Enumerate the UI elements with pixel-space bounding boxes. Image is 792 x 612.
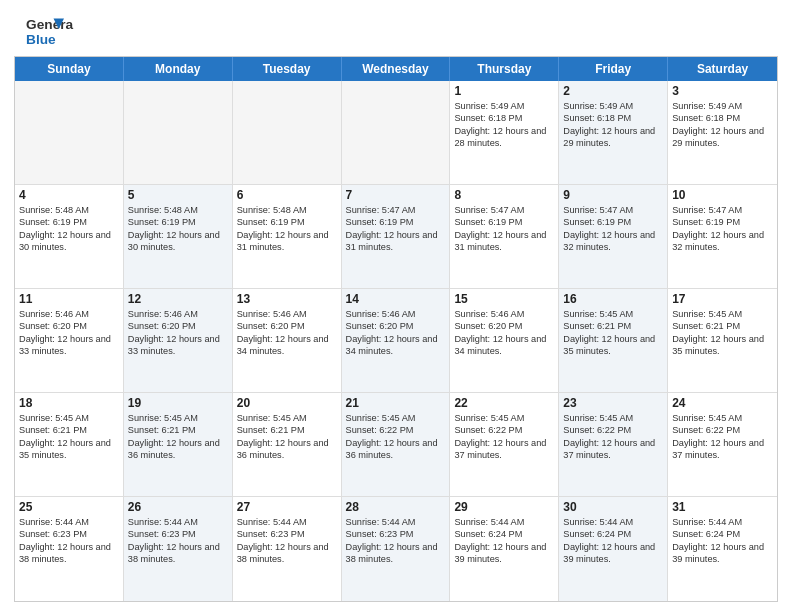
- day-number: 7: [346, 188, 446, 202]
- calendar-cell-22: 22Sunrise: 5:45 AM Sunset: 6:22 PM Dayli…: [450, 393, 559, 496]
- weekday-header-tuesday: Tuesday: [233, 57, 342, 81]
- day-info: Sunrise: 5:44 AM Sunset: 6:24 PM Dayligh…: [563, 516, 663, 566]
- day-info: Sunrise: 5:45 AM Sunset: 6:21 PM Dayligh…: [672, 308, 773, 358]
- calendar-cell-17: 17Sunrise: 5:45 AM Sunset: 6:21 PM Dayli…: [668, 289, 777, 392]
- calendar-cell-15: 15Sunrise: 5:46 AM Sunset: 6:20 PM Dayli…: [450, 289, 559, 392]
- calendar-header: SundayMondayTuesdayWednesdayThursdayFrid…: [15, 57, 777, 81]
- weekday-header-saturday: Saturday: [668, 57, 777, 81]
- day-number: 28: [346, 500, 446, 514]
- weekday-header-wednesday: Wednesday: [342, 57, 451, 81]
- day-info: Sunrise: 5:48 AM Sunset: 6:19 PM Dayligh…: [19, 204, 119, 254]
- day-info: Sunrise: 5:47 AM Sunset: 6:19 PM Dayligh…: [563, 204, 663, 254]
- calendar-cell-31: 31Sunrise: 5:44 AM Sunset: 6:24 PM Dayli…: [668, 497, 777, 601]
- calendar-row-1: 1Sunrise: 5:49 AM Sunset: 6:18 PM Daylig…: [15, 81, 777, 185]
- calendar-cell-20: 20Sunrise: 5:45 AM Sunset: 6:21 PM Dayli…: [233, 393, 342, 496]
- weekday-header-monday: Monday: [124, 57, 233, 81]
- calendar-cell-23: 23Sunrise: 5:45 AM Sunset: 6:22 PM Dayli…: [559, 393, 668, 496]
- day-info: Sunrise: 5:45 AM Sunset: 6:22 PM Dayligh…: [346, 412, 446, 462]
- calendar-row-4: 18Sunrise: 5:45 AM Sunset: 6:21 PM Dayli…: [15, 393, 777, 497]
- day-number: 13: [237, 292, 337, 306]
- calendar-cell-empty-0-3: [342, 81, 451, 184]
- svg-text:Blue: Blue: [26, 32, 56, 47]
- calendar-cell-21: 21Sunrise: 5:45 AM Sunset: 6:22 PM Dayli…: [342, 393, 451, 496]
- calendar-cell-11: 11Sunrise: 5:46 AM Sunset: 6:20 PM Dayli…: [15, 289, 124, 392]
- day-number: 20: [237, 396, 337, 410]
- calendar-cell-14: 14Sunrise: 5:46 AM Sunset: 6:20 PM Dayli…: [342, 289, 451, 392]
- day-number: 16: [563, 292, 663, 306]
- page: General Blue SundayMondayTuesdayWednesda…: [0, 0, 792, 612]
- day-number: 23: [563, 396, 663, 410]
- day-info: Sunrise: 5:45 AM Sunset: 6:22 PM Dayligh…: [454, 412, 554, 462]
- day-number: 8: [454, 188, 554, 202]
- weekday-header-thursday: Thursday: [450, 57, 559, 81]
- calendar-cell-13: 13Sunrise: 5:46 AM Sunset: 6:20 PM Dayli…: [233, 289, 342, 392]
- day-number: 3: [672, 84, 773, 98]
- calendar-cell-empty-0-2: [233, 81, 342, 184]
- calendar-cell-10: 10Sunrise: 5:47 AM Sunset: 6:19 PM Dayli…: [668, 185, 777, 288]
- day-number: 17: [672, 292, 773, 306]
- calendar-row-2: 4Sunrise: 5:48 AM Sunset: 6:19 PM Daylig…: [15, 185, 777, 289]
- day-info: Sunrise: 5:45 AM Sunset: 6:21 PM Dayligh…: [19, 412, 119, 462]
- calendar-cell-27: 27Sunrise: 5:44 AM Sunset: 6:23 PM Dayli…: [233, 497, 342, 601]
- svg-text:General: General: [26, 17, 74, 32]
- header: General Blue: [14, 10, 778, 50]
- day-number: 21: [346, 396, 446, 410]
- day-number: 9: [563, 188, 663, 202]
- calendar-cell-30: 30Sunrise: 5:44 AM Sunset: 6:24 PM Dayli…: [559, 497, 668, 601]
- day-number: 6: [237, 188, 337, 202]
- calendar-cell-3: 3Sunrise: 5:49 AM Sunset: 6:18 PM Daylig…: [668, 81, 777, 184]
- calendar-cell-12: 12Sunrise: 5:46 AM Sunset: 6:20 PM Dayli…: [124, 289, 233, 392]
- day-info: Sunrise: 5:46 AM Sunset: 6:20 PM Dayligh…: [237, 308, 337, 358]
- day-info: Sunrise: 5:44 AM Sunset: 6:23 PM Dayligh…: [19, 516, 119, 566]
- day-number: 12: [128, 292, 228, 306]
- calendar-row-5: 25Sunrise: 5:44 AM Sunset: 6:23 PM Dayli…: [15, 497, 777, 601]
- calendar-cell-6: 6Sunrise: 5:48 AM Sunset: 6:19 PM Daylig…: [233, 185, 342, 288]
- calendar-cell-26: 26Sunrise: 5:44 AM Sunset: 6:23 PM Dayli…: [124, 497, 233, 601]
- calendar-cell-16: 16Sunrise: 5:45 AM Sunset: 6:21 PM Dayli…: [559, 289, 668, 392]
- calendar-cell-8: 8Sunrise: 5:47 AM Sunset: 6:19 PM Daylig…: [450, 185, 559, 288]
- day-number: 10: [672, 188, 773, 202]
- calendar-cell-empty-0-1: [124, 81, 233, 184]
- weekday-header-friday: Friday: [559, 57, 668, 81]
- day-info: Sunrise: 5:45 AM Sunset: 6:22 PM Dayligh…: [563, 412, 663, 462]
- day-info: Sunrise: 5:49 AM Sunset: 6:18 PM Dayligh…: [563, 100, 663, 150]
- day-number: 4: [19, 188, 119, 202]
- day-number: 2: [563, 84, 663, 98]
- logo-icon: General Blue: [14, 10, 74, 50]
- day-number: 15: [454, 292, 554, 306]
- calendar-cell-25: 25Sunrise: 5:44 AM Sunset: 6:23 PM Dayli…: [15, 497, 124, 601]
- day-info: Sunrise: 5:45 AM Sunset: 6:22 PM Dayligh…: [672, 412, 773, 462]
- calendar-cell-7: 7Sunrise: 5:47 AM Sunset: 6:19 PM Daylig…: [342, 185, 451, 288]
- logo: General Blue: [14, 10, 74, 50]
- day-number: 26: [128, 500, 228, 514]
- calendar-cell-2: 2Sunrise: 5:49 AM Sunset: 6:18 PM Daylig…: [559, 81, 668, 184]
- day-number: 31: [672, 500, 773, 514]
- day-number: 11: [19, 292, 119, 306]
- day-info: Sunrise: 5:46 AM Sunset: 6:20 PM Dayligh…: [19, 308, 119, 358]
- day-info: Sunrise: 5:47 AM Sunset: 6:19 PM Dayligh…: [672, 204, 773, 254]
- weekday-header-sunday: Sunday: [15, 57, 124, 81]
- day-info: Sunrise: 5:44 AM Sunset: 6:23 PM Dayligh…: [237, 516, 337, 566]
- day-number: 14: [346, 292, 446, 306]
- day-number: 30: [563, 500, 663, 514]
- day-info: Sunrise: 5:44 AM Sunset: 6:23 PM Dayligh…: [128, 516, 228, 566]
- day-info: Sunrise: 5:49 AM Sunset: 6:18 PM Dayligh…: [672, 100, 773, 150]
- day-info: Sunrise: 5:47 AM Sunset: 6:19 PM Dayligh…: [454, 204, 554, 254]
- day-number: 22: [454, 396, 554, 410]
- day-info: Sunrise: 5:45 AM Sunset: 6:21 PM Dayligh…: [237, 412, 337, 462]
- calendar-cell-empty-0-0: [15, 81, 124, 184]
- day-number: 24: [672, 396, 773, 410]
- day-info: Sunrise: 5:48 AM Sunset: 6:19 PM Dayligh…: [128, 204, 228, 254]
- day-info: Sunrise: 5:48 AM Sunset: 6:19 PM Dayligh…: [237, 204, 337, 254]
- day-info: Sunrise: 5:49 AM Sunset: 6:18 PM Dayligh…: [454, 100, 554, 150]
- day-number: 29: [454, 500, 554, 514]
- calendar-cell-18: 18Sunrise: 5:45 AM Sunset: 6:21 PM Dayli…: [15, 393, 124, 496]
- day-info: Sunrise: 5:44 AM Sunset: 6:23 PM Dayligh…: [346, 516, 446, 566]
- day-info: Sunrise: 5:44 AM Sunset: 6:24 PM Dayligh…: [454, 516, 554, 566]
- day-info: Sunrise: 5:44 AM Sunset: 6:24 PM Dayligh…: [672, 516, 773, 566]
- calendar-cell-24: 24Sunrise: 5:45 AM Sunset: 6:22 PM Dayli…: [668, 393, 777, 496]
- day-number: 19: [128, 396, 228, 410]
- calendar-cell-28: 28Sunrise: 5:44 AM Sunset: 6:23 PM Dayli…: [342, 497, 451, 601]
- day-info: Sunrise: 5:46 AM Sunset: 6:20 PM Dayligh…: [346, 308, 446, 358]
- calendar-row-3: 11Sunrise: 5:46 AM Sunset: 6:20 PM Dayli…: [15, 289, 777, 393]
